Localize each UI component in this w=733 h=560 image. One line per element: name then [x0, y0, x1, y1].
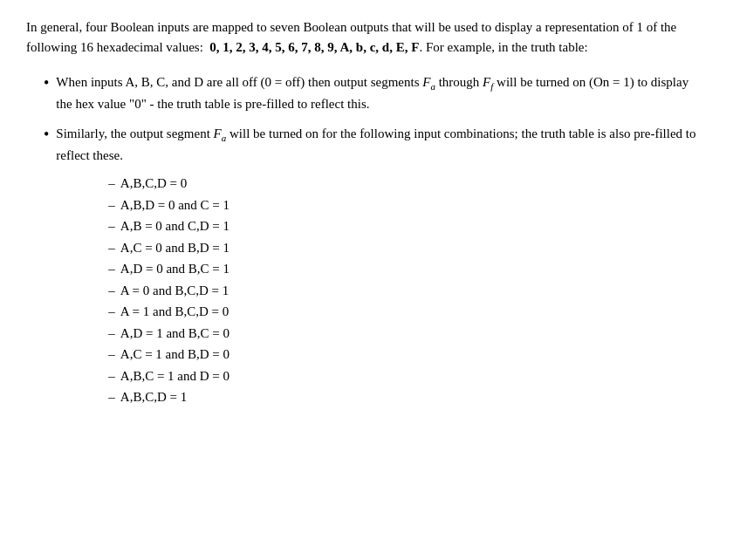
bullet-list: • When inputs A, B, C, and D are all off… [44, 72, 707, 409]
sub-item-7: – A = 1 and B,C,D = 0 [108, 302, 707, 322]
sub-item-text-9: A,C = 1 and B,D = 0 [120, 345, 229, 365]
dash-5: – [108, 259, 115, 279]
bullet-item-1: • When inputs A, B, C, and D are all off… [44, 72, 707, 113]
bullet-dot-1: • [44, 72, 49, 94]
sub-item-text-10: A,B,C = 1 and D = 0 [120, 366, 229, 386]
bullet-content-2: Similarly, the output segment Fa will be… [56, 124, 707, 409]
hex-values: 0, 1, 2, 3, 4, 5, 6, 7, 8, 9, A, b, c, d… [209, 40, 419, 54]
sub-item-11: – A,B,C,D = 1 [108, 387, 707, 407]
sub-item-text-2: A,B,D = 0 and C = 1 [120, 195, 229, 215]
dash-9: – [108, 345, 115, 365]
sub-item-3: – A,B = 0 and C,D = 1 [108, 216, 707, 236]
sub-item-2: – A,B,D = 0 and C = 1 [108, 195, 707, 215]
dash-3: – [108, 216, 115, 236]
sub-item-1: – A,B,C,D = 0 [108, 174, 707, 194]
sub-item-8: – A,D = 1 and B,C = 0 [108, 324, 707, 344]
dash-11: – [108, 387, 115, 407]
dash-1: – [108, 174, 115, 194]
sub-item-text-5: A,D = 0 and B,C = 1 [120, 259, 229, 279]
sub-item-5: – A,D = 0 and B,C = 1 [108, 259, 707, 279]
segment-fa: Fa [422, 75, 435, 89]
sub-item-text-1: A,B,C,D = 0 [120, 174, 187, 194]
bullet-item-2: • Similarly, the output segment Fa will … [44, 124, 707, 409]
sub-item-text-3: A,B = 0 and C,D = 1 [120, 216, 229, 236]
sub-item-text-11: A,B,C,D = 1 [120, 387, 187, 407]
bullet-content-1: When inputs A, B, C, and D are all off (… [56, 72, 707, 113]
dash-10: – [108, 366, 115, 386]
sub-item-4: – A,C = 0 and B,D = 1 [108, 238, 707, 258]
dash-6: – [108, 281, 115, 301]
sub-item-10: – A,B,C = 1 and D = 0 [108, 366, 707, 386]
segment-fa-2: Fa [214, 126, 227, 140]
sub-item-text-7: A = 1 and B,C,D = 0 [120, 302, 229, 322]
dash-2: – [108, 195, 115, 215]
main-paragraph: In general, four Boolean inputs are mapp… [26, 17, 707, 409]
sub-item-9: – A,C = 1 and B,D = 0 [108, 345, 707, 365]
segment-ff: Ff [483, 75, 493, 89]
sub-item-text-8: A,D = 1 and B,C = 0 [120, 324, 229, 344]
dash-8: – [108, 324, 115, 344]
intro-text: In general, four Boolean inputs are mapp… [26, 17, 707, 57]
dash-4: – [108, 238, 115, 258]
sub-item-6: – A = 0 and B,C,D = 1 [108, 281, 707, 301]
dash-7: – [108, 302, 115, 322]
bullet-dot-2: • [44, 124, 49, 146]
sub-list: – A,B,C,D = 0 – A,B,D = 0 and C = 1 – A,… [108, 174, 707, 407]
sub-item-text-6: A = 0 and B,C,D = 1 [120, 281, 229, 301]
on-label: On [593, 75, 609, 89]
sub-item-text-4: A,C = 0 and B,D = 1 [120, 238, 229, 258]
